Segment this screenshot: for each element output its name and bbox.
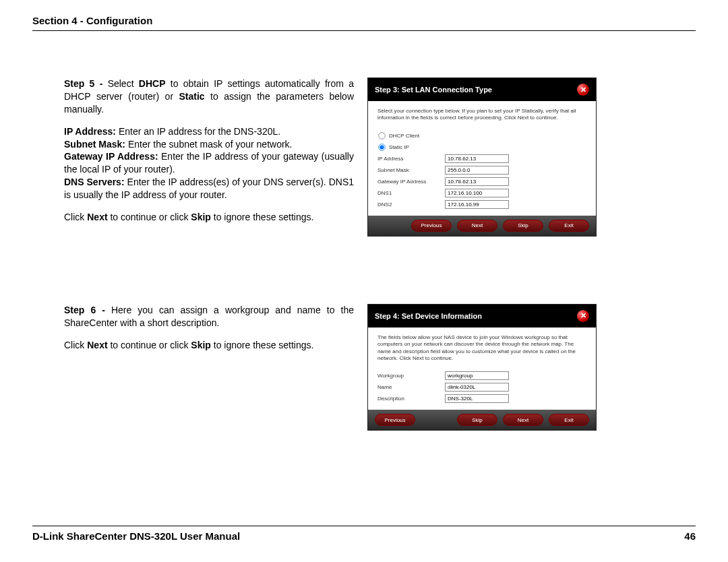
section-title: Section 4 - Configuration — [32, 15, 152, 26]
exit-button[interactable]: Exit — [549, 414, 589, 426]
t: Click — [64, 212, 87, 222]
sm-line: Subnet Mask: Enter the subnet mask of yo… — [64, 138, 354, 151]
content-area: Step 5 - Select DHCP to obtain IP settin… — [64, 77, 696, 431]
radio-dhcp-label: DHCP Client — [389, 133, 419, 139]
dns-line: DNS Servers: Enter the IP address(es) of… — [64, 176, 354, 201]
previous-button[interactable]: Previous — [375, 414, 415, 426]
click-line: Click Next to continue or click Skip to … — [64, 211, 354, 224]
input-ds[interactable] — [445, 394, 509, 403]
input-d1[interactable] — [445, 189, 509, 197]
lbl-wg: Workgroup — [377, 373, 445, 379]
step6-label: Step 6 - — [64, 305, 111, 315]
step6-block: Step 6 - Here you can assign a workgroup… — [64, 304, 696, 431]
spacer — [421, 414, 452, 426]
next-button[interactable]: Next — [457, 220, 497, 232]
skip-b: Skip — [191, 212, 211, 222]
input-d2[interactable] — [445, 200, 509, 209]
input-wg[interactable] — [445, 371, 509, 380]
previous-button[interactable]: Previous — [411, 220, 452, 232]
t: to ignore these settings. — [211, 340, 314, 350]
t: to continue or click — [108, 212, 191, 222]
skip-b: Skip — [191, 340, 211, 350]
ip-t: Enter an IP address for the DNS-320L. — [116, 126, 280, 137]
ip-b: IP Address: — [64, 126, 116, 137]
row-sm: Subnet Mask — [377, 166, 586, 175]
page-number: 46 — [684, 530, 696, 542]
lbl-gw: Gateway IP Address — [377, 179, 445, 185]
row-nm: Name — [377, 383, 586, 392]
dialog-lan-buttons: Previous Next Skip Exit — [368, 216, 596, 236]
dialog-device-header: Step 4: Set Device Information ✕ — [368, 305, 596, 327]
radio-dhcp-row[interactable]: DHCP Client — [377, 131, 586, 140]
t: Click — [64, 340, 87, 350]
dialog-device-body: The fields below allow your NAS device t… — [368, 327, 596, 410]
t: to ignore these settings. — [211, 212, 314, 222]
dialog-lan-body: Select your connection type below. If yo… — [368, 101, 596, 216]
sm-t: Enter the subnet mask of your network. — [125, 139, 292, 150]
lbl-sm: Subnet Mask — [377, 167, 445, 173]
static-bold: Static — [179, 91, 205, 102]
dialog-lan-title: Step 3: Set LAN Connection Type — [375, 86, 492, 94]
row-d2: DNS2 — [377, 200, 586, 209]
radio-static-row[interactable]: Static IP — [377, 143, 586, 152]
next-b: Next — [87, 212, 107, 222]
dns-b: DNS Servers: — [64, 177, 125, 187]
gw-b: Gateway IP Address: — [64, 151, 158, 162]
input-ip[interactable] — [445, 154, 509, 163]
step5-text: Step 5 - Select DHCP to obtain IP settin… — [64, 77, 354, 233]
skip-button[interactable]: Skip — [457, 414, 497, 426]
skip-button[interactable]: Skip — [503, 220, 543, 232]
lbl-ds: Description — [377, 396, 445, 402]
dialog-lan-header: Step 3: Set LAN Connection Type ✕ — [368, 78, 596, 101]
next-button[interactable]: Next — [503, 414, 543, 426]
t: Select — [108, 78, 139, 89]
exit-button[interactable]: Exit — [549, 220, 589, 232]
dialog-device: Step 4: Set Device Information ✕ The fie… — [367, 304, 597, 431]
dialog-device-help: The fields below allow your NAS device t… — [377, 334, 586, 363]
gw-line: Gateway IP Address: Enter the IP address… — [64, 150, 354, 176]
step6-click: Click Next to continue or click Skip to … — [64, 339, 354, 352]
lbl-d2: DNS2 — [377, 201, 445, 208]
dhcp-bold: DHCP — [139, 78, 166, 89]
radio-dhcp[interactable] — [378, 132, 385, 139]
row-wg: Workgroup — [377, 371, 586, 380]
radio-static[interactable] — [378, 144, 385, 150]
t: to continue or click — [108, 340, 191, 350]
row-ip: IP Address — [377, 154, 586, 163]
step6-intro: Step 6 - Here you can assign a workgroup… — [64, 304, 354, 330]
step5-block: Step 5 - Select DHCP to obtain IP settin… — [64, 77, 696, 237]
input-gw[interactable] — [445, 177, 509, 186]
page-header: Section 4 - Configuration — [32, 15, 696, 31]
input-sm[interactable] — [445, 166, 509, 175]
row-ds: Description — [377, 394, 586, 403]
close-icon[interactable]: ✕ — [577, 310, 589, 322]
radio-static-label: Static IP — [389, 144, 409, 150]
ip-line: IP Address: Enter an IP address for the … — [64, 125, 354, 138]
dialog-lan: Step 3: Set LAN Connection Type ✕ Select… — [367, 77, 597, 237]
next-b: Next — [87, 340, 107, 350]
lbl-ip: IP Address — [377, 156, 445, 162]
dialog-device-buttons: Previous Skip Next Exit — [368, 410, 596, 430]
row-gw: Gateway IP Address — [377, 177, 586, 186]
row-d1: DNS1 — [377, 189, 586, 197]
input-nm[interactable] — [445, 383, 509, 392]
page-footer: D-Link ShareCenter DNS-320L User Manual … — [32, 526, 696, 542]
manual-title: D-Link ShareCenter DNS-320L User Manual — [32, 530, 240, 542]
lbl-nm: Name — [377, 384, 445, 390]
close-icon[interactable]: ✕ — [577, 84, 589, 96]
step6-text: Step 6 - Here you can assign a workgroup… — [64, 304, 354, 361]
dialog-device-title: Step 4: Set Device Information — [375, 312, 482, 320]
sm-b: Subnet Mask: — [64, 139, 125, 150]
step5-label: Step 5 - — [64, 78, 108, 89]
step5-intro: Step 5 - Select DHCP to obtain IP settin… — [64, 77, 354, 116]
lbl-d1: DNS1 — [377, 190, 445, 196]
dialog-lan-help: Select your connection type below. If yo… — [377, 108, 586, 122]
